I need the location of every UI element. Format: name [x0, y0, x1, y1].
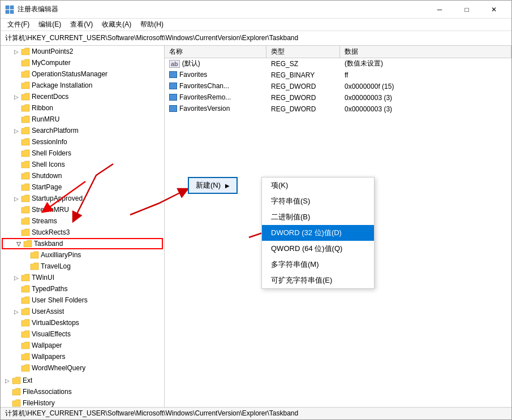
tree-label: Ribbon	[32, 104, 53, 112]
tree-item-auxillirypins[interactable]: ▷ AuxilliaryPins	[1, 249, 164, 261]
reg-cell-data: (数值未设置)	[340, 59, 511, 68]
maximize-button[interactable]: □	[454, 1, 480, 19]
tree-item-sessioninfo[interactable]: ▷ SessionInfo	[1, 136, 164, 148]
tree-item-wordwheelquery[interactable]: ▷ WordWheelQuery	[1, 362, 164, 374]
tree-item-taskband[interactable]: ▽ Taskband	[2, 238, 163, 249]
tree-item-operationstatus[interactable]: ▷ OperationStatusManager	[1, 68, 164, 80]
tree-label: MountPoints2	[32, 47, 73, 55]
tree-item-typedpaths[interactable]: ▷ TypedPaths	[1, 283, 164, 295]
folder-icon	[21, 274, 30, 282]
folder-icon	[30, 251, 39, 259]
tree-item-wallpapers[interactable]: ▷ Wallpapers	[1, 351, 164, 362]
menu-view[interactable]: 查看(V)	[66, 19, 97, 31]
tree-item-shellfolders[interactable]: ▷ Shell Folders	[1, 148, 164, 159]
window-title: 注册表编辑器	[18, 5, 427, 14]
tree-item-startpage[interactable]: ▷ StartPage	[1, 181, 164, 193]
minimize-button[interactable]: ─	[427, 1, 453, 19]
tree-label: StartPage	[32, 183, 62, 191]
status-bar: 计算机\HKEY_CURRENT_USER\Software\Microsoft…	[1, 407, 511, 419]
tree-label: StartupApproved	[32, 194, 83, 202]
new-button-label: 新建(N)	[196, 180, 221, 190]
folder-icon	[21, 353, 30, 361]
tree-item-streammru[interactable]: ▷ StreamMRU	[1, 204, 164, 215]
tree-item-userassist[interactable]: ▷ UserAssist	[1, 306, 164, 317]
tree-item-travellog[interactable]: ▷ TravelLog	[1, 261, 164, 272]
folder-icon	[21, 138, 30, 146]
tree-item-ribbon[interactable]: ▷ Ribbon	[1, 102, 164, 114]
submenu-item-erjin[interactable]: 二进制值(B)	[262, 209, 374, 225]
reg-cell-type: REG_DWORD	[266, 94, 340, 102]
submenu-arrow-icon: ▶	[225, 183, 230, 189]
new-menu-button[interactable]: 新建(N) ▶	[188, 177, 238, 194]
folder-icon	[21, 149, 30, 157]
tree-item-filehistory[interactable]: ▷ FileHistory	[1, 397, 164, 407]
tree-label: StuckRects3	[32, 228, 70, 236]
tree-item-ext[interactable]: ▷ Ext	[1, 375, 164, 386]
tree-item-recentdocs[interactable]: ▷ RecentDocs	[1, 91, 164, 102]
folder-icon	[21, 172, 30, 180]
submenu-item-qword[interactable]: QWORD (64 位)值(Q)	[262, 241, 374, 257]
main-content: ▷ MountPoints2 ▷ MyComputer ▷ OperationS…	[1, 46, 511, 407]
reg-row-favoritesremo[interactable]: FavoritesRemo... REG_DWORD 0x00000003 (3…	[165, 92, 511, 103]
tree-label: TWinUI	[32, 274, 54, 282]
menu-file[interactable]: 文件(F)	[3, 19, 34, 31]
close-button[interactable]: ✕	[481, 1, 507, 19]
reg-cell-name: FavoritesChan...	[165, 82, 266, 91]
dword-icon	[169, 105, 177, 112]
folder-icon	[12, 399, 21, 407]
menu-bar: 文件(F) 编辑(E) 查看(V) 收藏夹(A) 帮助(H)	[1, 19, 511, 31]
folder-icon	[21, 217, 30, 225]
reg-cell-data: 0x00000003 (3)	[340, 94, 511, 102]
folder-icon	[21, 115, 30, 123]
expand-arrow: ▽	[14, 239, 23, 248]
tree-item-runmru[interactable]: ▷ RunMRU	[1, 114, 164, 125]
folder-icon	[21, 194, 30, 202]
tree-item-wallpaper[interactable]: ▷ Wallpaper	[1, 340, 164, 351]
submenu-item-zifu[interactable]: 字符串值(S)	[262, 193, 374, 209]
expand-arrow: ▷	[12, 126, 21, 135]
tree-item-twinui[interactable]: ▷ TWinUI	[1, 272, 164, 283]
tree-label: TravelLog	[41, 262, 71, 270]
title-bar: 注册表编辑器 ─ □ ✕	[1, 1, 511, 19]
folder-icon	[21, 228, 30, 236]
reg-cell-name: ab (默认)	[165, 59, 266, 68]
tree-item-shellicons[interactable]: ▷ Shell Icons	[1, 159, 164, 170]
reg-row-default[interactable]: ab (默认) REG_SZ (数值未设置)	[165, 58, 511, 70]
expand-arrow: ▷	[12, 273, 21, 282]
menu-help[interactable]: 帮助(H)	[136, 19, 168, 31]
folder-icon	[12, 376, 21, 384]
menu-favorites[interactable]: 收藏夹(A)	[97, 19, 136, 31]
tree-item-shutdown[interactable]: ▷ Shutdown	[1, 170, 164, 181]
tree-item-virtualdesktops[interactable]: ▷ VirtualDesktops	[1, 317, 164, 328]
tree-item-visualeffects[interactable]: ▷ VisualEffects	[1, 328, 164, 340]
reg-cell-type: REG_BINARY	[266, 71, 340, 79]
tree-item-mycomputer[interactable]: ▷ MyComputer	[1, 57, 164, 68]
tree-item-usershellfolders[interactable]: ▷ User Shell Folders	[1, 295, 164, 306]
submenu-item-xiang[interactable]: 项(K)	[262, 177, 374, 193]
tree-panel[interactable]: ▷ MountPoints2 ▷ MyComputer ▷ OperationS…	[1, 46, 165, 407]
expand-arrow: ▷	[12, 194, 21, 203]
submenu-item-duozi[interactable]: 多字符串值(M)	[262, 257, 374, 272]
tree-label: Shell Icons	[32, 161, 65, 168]
tree-item-stuckrcts3[interactable]: ▷ StuckRects3	[1, 227, 164, 238]
reg-row-favoritesversion[interactable]: FavoritesVersion REG_DWORD 0x00000003 (3…	[165, 103, 511, 115]
tree-item-searchplatform[interactable]: ▷ SearchPlatform	[1, 125, 164, 136]
folder-icon	[21, 81, 30, 89]
folder-icon	[21, 341, 30, 349]
reg-row-favorites[interactable]: Favorites REG_BINARY ff	[165, 70, 511, 81]
tree-label: VirtualDesktops	[32, 319, 79, 327]
reg-row-favoriteschan[interactable]: FavoritesChan... REG_DWORD 0x0000000f (1…	[165, 81, 511, 92]
submenu-item-dword[interactable]: DWORD (32 位)值(D)	[262, 225, 374, 241]
menu-edit[interactable]: 编辑(E)	[34, 19, 66, 31]
tree-item-streams[interactable]: ▷ Streams	[1, 215, 164, 227]
status-text: 计算机\HKEY_CURRENT_USER\Software\Microsoft…	[5, 409, 298, 418]
tree-item-startupapproved[interactable]: ▷ StartupApproved	[1, 193, 164, 204]
reg-cell-name: FavoritesRemo...	[165, 93, 266, 102]
submenu-item-kekuo[interactable]: 可扩充字符串值(E)	[262, 272, 374, 288]
tree-item-fileassociations[interactable]: ▷ FileAssociations	[1, 386, 164, 397]
tree-item-packageinstallation[interactable]: ▷ Package Installation	[1, 80, 164, 91]
tree-label: RunMRU	[32, 115, 59, 123]
folder-icon	[21, 127, 30, 135]
context-menu-overlay: 新建(N) ▶ 项(K) 字符串值(S) 二进制值(B) DWORD (32 位…	[188, 177, 238, 194]
tree-item-mountpoints2[interactable]: ▷ MountPoints2	[1, 46, 164, 57]
